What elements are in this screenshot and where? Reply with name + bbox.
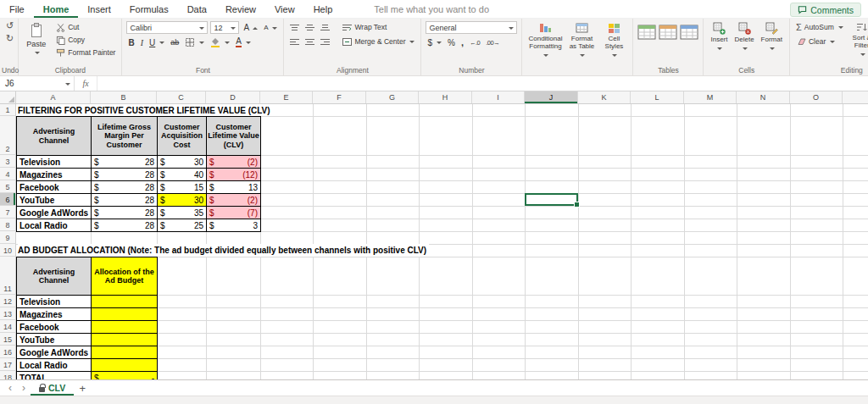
row-header-15[interactable]: 15 — [0, 333, 16, 346]
column-header-N[interactable]: N — [737, 91, 790, 103]
table-icon[interactable] — [680, 25, 698, 40]
copy-button[interactable]: Copy — [54, 34, 117, 46]
paste-button[interactable]: Paste — [23, 21, 49, 58]
column-header-F[interactable]: F — [313, 91, 366, 103]
ribbon-tab-review[interactable]: Review — [216, 0, 265, 18]
decrease-font-size-button[interactable]: A — [262, 22, 279, 34]
ribbon-tab-view[interactable]: View — [265, 0, 304, 18]
increase-font-size-button[interactable]: A — [242, 22, 259, 34]
header-cell[interactable]: Advertising Channel — [17, 117, 92, 156]
percent-style-button[interactable]: % — [446, 36, 457, 48]
header-cell[interactable]: Customer Lifetime Value (CLV) — [207, 117, 261, 156]
cut-button[interactable]: Cut — [54, 21, 117, 33]
allocation-cell[interactable] — [92, 334, 158, 346]
allocation-cell[interactable] — [92, 296, 158, 308]
row-header-8[interactable]: 8 — [0, 219, 16, 231]
row-header-6[interactable]: 6 — [0, 193, 16, 206]
column-header-B[interactable]: B — [91, 91, 157, 103]
wrap-text-button[interactable]: Wrap Text — [341, 21, 388, 33]
tell-me-search[interactable]: Tell me what you want to do — [374, 0, 489, 18]
italic-button[interactable]: I — [139, 36, 145, 48]
cell[interactable]: Local Radio — [17, 219, 92, 232]
cell[interactable]: Magazines — [17, 308, 92, 321]
allocation-cell[interactable] — [92, 321, 158, 334]
row-header-9[interactable]: 9 — [0, 231, 16, 244]
column-header-H[interactable]: H — [419, 91, 472, 103]
cell[interactable]: Local Radio — [17, 359, 92, 372]
cell[interactable]: Facebook — [17, 181, 92, 194]
cell[interactable]: YouTube — [17, 334, 92, 346]
cell[interactable]: $28 — [92, 181, 158, 194]
accounting-format-button[interactable]: $ — [426, 36, 443, 48]
column-header-I[interactable]: I — [472, 91, 525, 103]
row-header-2[interactable]: 2 — [0, 116, 16, 155]
row-header-12[interactable]: 12 — [0, 295, 16, 307]
ribbon-tab-help[interactable]: Help — [304, 0, 342, 18]
align-center-button[interactable] — [303, 36, 316, 47]
merge-center-button[interactable]: Merge & Center — [341, 36, 416, 47]
cell[interactable]: $28 — [92, 219, 158, 232]
cell[interactable]: Google AdWords — [17, 207, 92, 219]
conditional-formatting-button[interactable]: Conditional Formatting — [526, 21, 564, 58]
table-icon[interactable] — [637, 25, 656, 40]
comments-button[interactable]: Comments — [790, 3, 861, 17]
cell[interactable]: $(12) — [207, 169, 261, 181]
font-color-button[interactable]: A — [234, 36, 253, 48]
font-family-select[interactable]: Calibri — [126, 21, 208, 34]
column-header-A[interactable]: A — [16, 91, 91, 103]
row-header-18[interactable]: 18 — [0, 371, 16, 379]
row-header-1[interactable]: 1 — [0, 104, 16, 116]
cell[interactable]: $30 — [158, 156, 207, 169]
cell[interactable]: $25 — [158, 219, 207, 232]
format-painter-button[interactable]: Format Painter — [54, 47, 117, 58]
format-as-table-button[interactable]: Format as Table — [565, 21, 598, 58]
row-header-13[interactable]: 13 — [0, 307, 16, 320]
autosum-button[interactable]: Σ AutoSum — [794, 21, 845, 33]
insert-cells-button[interactable]: Insert — [708, 21, 730, 52]
cell[interactable]: $15 — [158, 181, 207, 194]
cell[interactable]: $30 — [158, 194, 207, 207]
header-cell[interactable]: Customer Acquisition Cost — [158, 117, 207, 156]
cell[interactable]: Television — [17, 156, 92, 169]
cell[interactable]: $28 — [92, 156, 158, 169]
column-header-M[interactable]: M — [684, 91, 737, 103]
column-header-E[interactable]: E — [260, 91, 313, 103]
row-header-10[interactable]: 10 — [0, 244, 16, 257]
cell[interactable]: $28 — [92, 169, 158, 181]
header-cell[interactable]: Allocation of the Ad Budget — [92, 257, 158, 296]
column-header-O[interactable]: O — [790, 91, 843, 103]
column-header-C[interactable]: C — [157, 91, 206, 103]
align-left-button[interactable] — [288, 36, 301, 47]
increase-decimal-button[interactable]: ←.0 — [468, 36, 481, 48]
row-header-16[interactable]: 16 — [0, 346, 16, 358]
cell[interactable]: Television — [17, 296, 92, 308]
ribbon-tab-insert[interactable]: Insert — [78, 0, 120, 18]
font-size-select[interactable]: 12 — [210, 21, 239, 34]
format-cells-button[interactable]: Format — [759, 21, 785, 52]
total-cell[interactable]: $- — [92, 372, 158, 379]
delete-cells-button[interactable]: Delete — [732, 21, 756, 52]
header-cell[interactable]: Advertising Channel — [17, 257, 92, 296]
row-header-3[interactable]: 3 — [0, 155, 16, 168]
row-header-14[interactable]: 14 — [0, 320, 16, 333]
header-cell[interactable]: Lifetime Gross Margin Per Customer — [92, 117, 158, 156]
name-box[interactable]: J6 — [0, 76, 75, 91]
cell[interactable]: $(2) — [207, 194, 261, 207]
ribbon-tab-home[interactable]: Home — [34, 0, 79, 18]
column-header-D[interactable]: D — [206, 91, 260, 103]
cell[interactable]: $3 — [207, 219, 261, 232]
allocation-cell[interactable] — [92, 308, 158, 321]
column-header-G[interactable]: G — [366, 91, 419, 103]
allocation-cell[interactable] — [92, 346, 158, 359]
add-sheet-button[interactable]: + — [74, 380, 91, 396]
row-header-5[interactable]: 5 — [0, 180, 16, 193]
fill-color-button[interactable] — [209, 36, 231, 48]
number-format-select[interactable]: General — [426, 21, 517, 34]
undo-icon[interactable]: ↺ — [6, 21, 14, 30]
cell[interactable]: $(2) — [207, 156, 261, 169]
ribbon-tab-file[interactable]: File — [0, 0, 34, 18]
cell[interactable]: $13 — [207, 181, 261, 194]
strikethrough-button[interactable]: ab — [169, 36, 181, 48]
cell[interactable]: YouTube — [17, 194, 92, 207]
cell[interactable]: Google AdWords — [17, 346, 92, 359]
